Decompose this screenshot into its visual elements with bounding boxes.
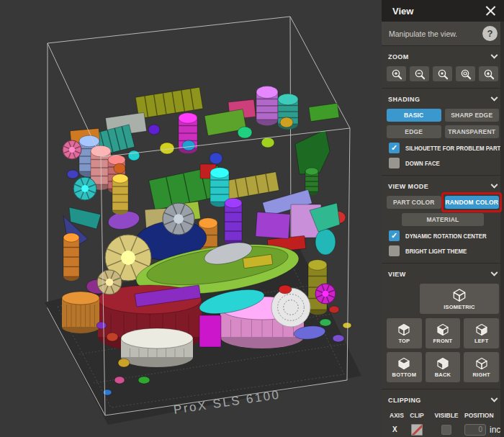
section-clipping: CLIPPING AXIS CLIP VISIBLE POSITION X in…: [382, 389, 504, 437]
panel-description-row: Manipulate the view. ?: [382, 22, 504, 45]
axis-label: X: [387, 425, 405, 433]
panel-scrollbar-gutter[interactable]: [500, 22, 504, 437]
checkbox-silhouette-for-problem-parts[interactable]: SILHOUETTE FOR PROBLEM PARTS: [387, 143, 499, 153]
checkbox-dynamic-rotation-center[interactable]: DYNAMIC ROTATION CENTER: [387, 230, 499, 241]
view-section-title: VIEW: [388, 271, 406, 278]
column-position: POSITION: [464, 412, 504, 419]
view-back-button[interactable]: BACK: [426, 352, 461, 382]
zoom-in-button[interactable]: [387, 66, 406, 81]
view-button-label: BOTTOM: [392, 371, 417, 378]
zoom-selection-button[interactable]: [479, 66, 498, 81]
chevron-down-icon[interactable]: [491, 51, 498, 58]
shading-edge-button[interactable]: EDGE: [387, 125, 441, 138]
panel-description: Manipulate the view.: [389, 30, 457, 38]
cube-right-icon: [474, 356, 489, 371]
column-visible: VISIBLE: [428, 412, 464, 419]
checkbox-unchecked-icon[interactable]: [389, 245, 400, 256]
cube-back-icon: [436, 356, 450, 371]
view-left-button[interactable]: LEFT: [464, 318, 499, 348]
magnifier-plus-icon: [391, 68, 402, 80]
chevron-down-icon[interactable]: [491, 269, 498, 276]
cube-front-icon: [436, 323, 450, 337]
chevron-down-icon[interactable]: [491, 181, 498, 188]
view-mode-material-button[interactable]: MATERIAL: [402, 213, 484, 226]
clipping-section-title: CLIPPING: [388, 397, 421, 404]
close-icon[interactable]: [485, 6, 496, 17]
cube-isometric-icon: [451, 287, 467, 303]
view-bottom-button[interactable]: BOTTOM: [387, 352, 422, 382]
view-button-label: RIGHT: [472, 371, 490, 378]
checkbox-label: SILHOUETTE FOR PROBLEM PARTS: [405, 145, 504, 152]
magnifier-window-icon: [437, 68, 449, 80]
column-axis: AXIS: [387, 412, 405, 419]
viewport-3d[interactable]: ProX SLS 6100: [0, 0, 382, 437]
checkbox-down-face[interactable]: DOWN FACE: [387, 158, 499, 168]
checkbox-bright-light-theme[interactable]: BRIGHT LIGHT THEME: [387, 245, 499, 256]
section-view-mode: VIEW MODE PART COLOR RANDOM COLOR MATERI…: [382, 175, 504, 263]
clip-plane-line-x: [411, 424, 423, 436]
view-button-label: TOP: [398, 338, 410, 344]
clipping-table-header: AXIS CLIP VISIBLE POSITION: [387, 410, 499, 421]
shading-basic-button[interactable]: BASIC: [387, 109, 441, 122]
section-shading: SHADING BASIC SHARP EDGE EDGE TRANSPAREN…: [382, 88, 504, 175]
visible-checkbox-x[interactable]: [441, 425, 451, 435]
checkbox-checked-icon[interactable]: [389, 230, 400, 241]
panel-title: View: [392, 6, 413, 17]
column-clip: CLIP: [405, 412, 428, 419]
checkbox-unchecked-icon[interactable]: [389, 158, 400, 168]
magnifier-selection-icon: [483, 68, 495, 80]
chevron-down-icon[interactable]: [491, 94, 498, 101]
view-mode-random-color-button[interactable]: RANDOM COLOR: [445, 196, 500, 209]
checkbox-label: DOWN FACE: [405, 160, 440, 167]
cube-top-icon: [397, 323, 411, 337]
view-button-label: BACK: [435, 371, 451, 378]
view-top-button[interactable]: TOP: [387, 318, 422, 348]
view-mode-part-color-button[interactable]: PART COLOR: [387, 196, 441, 209]
checkbox-checked-icon[interactable]: [389, 143, 400, 153]
zoom-window-button[interactable]: [433, 66, 452, 81]
clip-plane-swatch-x[interactable]: [411, 424, 423, 436]
magnifier-minus-icon: [414, 68, 426, 80]
zoom-section-title: ZOOM: [388, 53, 409, 60]
zoom-out-button[interactable]: [410, 66, 429, 81]
checkbox-label: BRIGHT LIGHT THEME: [405, 248, 467, 255]
section-zoom: ZOOM: [382, 45, 504, 88]
help-icon[interactable]: ?: [482, 26, 498, 41]
magnifier-extents-icon: [460, 68, 472, 80]
cube-bottom-icon: [397, 356, 411, 371]
cube-left-icon: [474, 323, 489, 337]
section-view: VIEW ISOMETRIC TOP FRONT: [382, 263, 504, 389]
shading-transparent-button[interactable]: TRANSPARENT: [445, 125, 500, 138]
checkbox-label: DYNAMIC ROTATION CENTER: [405, 233, 487, 240]
shading-sharp-edge-button[interactable]: SHARP EDGE: [445, 109, 500, 122]
view-right-button[interactable]: RIGHT: [464, 352, 499, 382]
view-mode-section-title: VIEW MODE: [388, 183, 428, 190]
view-front-button[interactable]: FRONT: [426, 318, 461, 348]
clipping-row-x: X inch: [387, 422, 499, 437]
view-button-label: LEFT: [474, 338, 489, 344]
view-isometric-button[interactable]: ISOMETRIC: [420, 284, 499, 314]
isometric-label: ISOMETRIC: [444, 304, 474, 310]
view-button-label: FRONT: [433, 338, 453, 344]
chevron-down-icon[interactable]: [491, 395, 498, 402]
zoom-extents-button[interactable]: [456, 66, 475, 81]
clip-position-input-x[interactable]: [464, 424, 486, 436]
shading-section-title: SHADING: [388, 96, 420, 103]
app-window: ProX SLS 6100 View Manipulate the view. …: [0, 0, 504, 437]
panel-titlebar: View: [382, 0, 504, 22]
view-panel: View Manipulate the view. ? ZOOM: [382, 0, 504, 437]
